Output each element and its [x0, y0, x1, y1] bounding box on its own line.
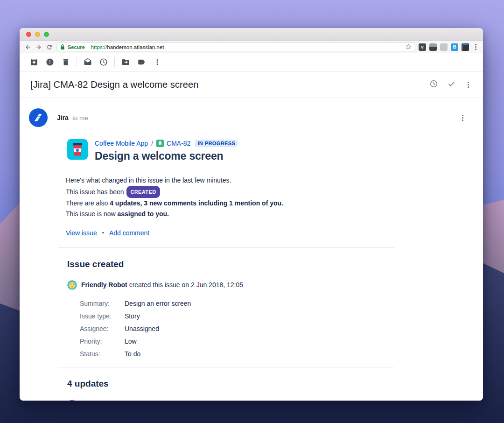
issue-title: Design a welcome screen [95, 150, 238, 162]
delete-icon[interactable] [58, 56, 74, 68]
page-url: https://handerson.atlassian.net [91, 44, 164, 50]
update-actor-row: Kathy Smith updated the issue on 2 Jun 2… [67, 400, 455, 401]
add-comment-link[interactable]: Add comment [109, 229, 149, 237]
field-row-status: Status: To do [80, 348, 455, 360]
reload-button[interactable] [46, 43, 53, 51]
window-titlebar [20, 28, 483, 41]
issue-fields: Summary: Design an error screen Issue ty… [66, 297, 455, 360]
sender-row: Jira to me [20, 98, 483, 127]
back-button[interactable] [24, 43, 32, 51]
move-to-icon[interactable] [118, 56, 133, 68]
breadcrumb: Coffee Mobile App / CMA-82 IN PROGRESS [95, 139, 238, 148]
message-more-icon[interactable] [460, 115, 465, 121]
section-divider [58, 367, 394, 367]
minimize-window-button[interactable] [35, 32, 40, 37]
email-subject-row: [Jira] CMA-82 Design a welcome screen [20, 71, 483, 98]
zoom-window-button[interactable] [44, 32, 49, 37]
extension-icon-2[interactable] [429, 43, 437, 51]
created-badge: CREATED [126, 186, 160, 198]
toolbar-divider [114, 57, 115, 67]
story-type-icon [156, 140, 164, 147]
labels-icon[interactable] [133, 56, 149, 68]
mail-toolbar [20, 53, 483, 71]
summary-line-4: This issue is now assigned to you. [66, 209, 455, 219]
updates-heading: 4 updates [67, 379, 455, 389]
issue-key-link[interactable]: CMA-82 [167, 140, 190, 147]
kathy-smith-avatar [67, 400, 77, 401]
forward-button[interactable] [35, 43, 42, 51]
desktop: Secure https://handerson.atlassian.net v… [0, 0, 504, 423]
issue-created-meta: Friendly Robot created this issue on 2 J… [81, 281, 243, 289]
summary-line-2: This issue has been CREATED [66, 186, 455, 198]
field-row-summary: Summary: Design an error screen [80, 297, 455, 310]
view-issue-link[interactable]: View issue [66, 229, 97, 237]
archive-icon[interactable] [26, 56, 42, 68]
toolbar-divider [77, 57, 77, 67]
more-actions-icon[interactable] [149, 56, 165, 68]
snooze-icon[interactable] [96, 56, 112, 68]
secure-label: Secure [68, 44, 85, 50]
email-more-icon[interactable] [466, 82, 471, 88]
recipient-label[interactable]: to me [72, 114, 88, 121]
pocket-extension-icon[interactable]: v [419, 43, 426, 51]
bookmark-star-icon[interactable] [405, 43, 412, 51]
status-badge: IN PROGRESS [195, 140, 238, 147]
email-subject: [Jira] CMA-82 Design a welcome screen [30, 79, 199, 90]
extension-icon-b[interactable]: B [451, 43, 458, 51]
email-action-links: View issue • Add comment [66, 229, 455, 237]
section-divider [58, 247, 394, 248]
sender-name: Jira [57, 114, 69, 121]
mark-read-icon[interactable] [80, 56, 96, 68]
report-spam-icon[interactable] [42, 56, 58, 68]
secure-lock-icon [60, 44, 65, 49]
address-bar[interactable]: Secure https://handerson.atlassian.net [56, 42, 415, 51]
field-row-priority: Priority: Low [80, 335, 455, 348]
breadcrumb-separator: / [151, 140, 153, 147]
summary-line-1: Here's what changed in this issue in the… [66, 175, 455, 186]
snooze-email-icon[interactable] [429, 79, 438, 90]
browser-menu-icon[interactable] [473, 44, 478, 50]
extension-icon-5[interactable] [462, 43, 469, 51]
issue-created-heading: Issue created [67, 259, 455, 269]
field-row-issue-type: Issue type: Story [80, 310, 455, 323]
url-scheme: https:// [91, 44, 107, 50]
email-body-area: Jira to me Coffee Mobile [20, 98, 483, 401]
summary-line-3: There are also 4 updates, 3 new comments… [66, 198, 455, 209]
project-avatar-coffee-icon [67, 139, 88, 160]
mark-done-icon[interactable] [447, 79, 456, 90]
browser-toolbar: Secure https://handerson.atlassian.net v… [20, 41, 483, 53]
jira-logo-avatar [29, 108, 48, 127]
browser-window: Secure https://handerson.atlassian.net v… [20, 28, 483, 401]
project-link[interactable]: Coffee Mobile App [95, 140, 148, 147]
extension-icon-3[interactable] [440, 43, 448, 51]
url-domain: handerson.atlassian.net [107, 44, 164, 50]
field-row-assignee: Assignee: Unassigned [80, 323, 455, 335]
issue-created-actor-row: Friendly Robot created this issue on 2 J… [67, 280, 455, 290]
link-separator-bullet: • [102, 230, 104, 236]
change-summary: Here's what changed in this issue in the… [66, 175, 455, 219]
issue-header: Coffee Mobile App / CMA-82 IN PROGRESS D… [67, 139, 455, 162]
email-content: Coffee Mobile App / CMA-82 IN PROGRESS D… [66, 139, 483, 401]
close-window-button[interactable] [26, 32, 31, 37]
friendly-robot-avatar [67, 280, 77, 290]
address-bar-divider [88, 44, 88, 49]
